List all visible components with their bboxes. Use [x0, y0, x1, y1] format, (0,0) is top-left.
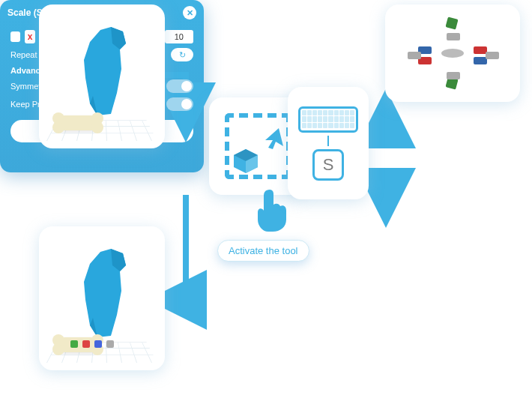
dog-model-icon	[67, 243, 139, 340]
gizmo-handle-grey	[486, 52, 499, 59]
keep-proportion-toggle[interactable]	[166, 97, 193, 111]
gizmo-handles	[70, 340, 114, 348]
shortcut-key[interactable]: S	[312, 149, 344, 181]
gizmo-cube-top	[445, 16, 458, 29]
gizmo-center-icon	[441, 49, 464, 58]
repeat-action-button[interactable]: ↻	[171, 48, 193, 61]
panel-close-button[interactable]: ✕	[183, 6, 196, 19]
cube-icon	[232, 148, 259, 175]
scene-after-card	[39, 226, 165, 370]
dog-model-icon	[67, 21, 139, 118]
symmetry-toggle[interactable]	[166, 79, 193, 93]
gizmo-handle-grey	[447, 72, 460, 79]
gizmo-preview-card	[385, 4, 520, 102]
gizmo-handle-grey	[408, 52, 421, 59]
scale-z-input[interactable]: 10	[165, 30, 193, 43]
connector-line	[327, 136, 329, 146]
axis-x-label: x	[25, 30, 34, 43]
gizmo-handle-grey	[447, 33, 460, 40]
scene-before-card	[39, 4, 165, 148]
bone-prop	[57, 115, 99, 130]
link-xyz-checkbox[interactable]	[10, 31, 20, 42]
cursor-arrow-icon	[261, 124, 286, 149]
activate-tool-tooltip: Activate the tool	[217, 240, 309, 262]
keyboard-icon	[298, 106, 358, 133]
keyboard-shortcut-card: S	[288, 87, 369, 199]
